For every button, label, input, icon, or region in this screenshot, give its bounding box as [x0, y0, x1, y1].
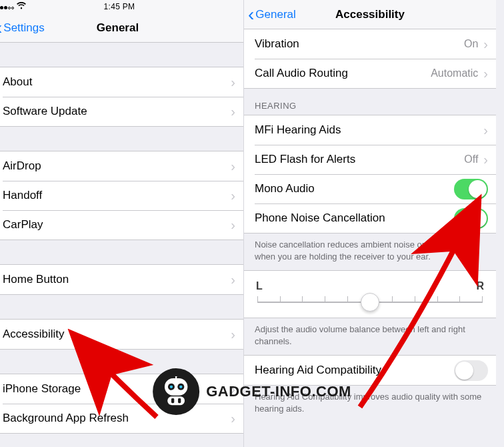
chevron-right-icon: ›	[483, 123, 488, 138]
row-mono-audio[interactable]: Mono Audio	[244, 174, 496, 203]
watermark: GADGET-INFO.COM	[153, 368, 351, 415]
chevron-right-icon: ›	[483, 37, 488, 52]
row-label: CarPlay	[3, 218, 231, 232]
footer-noise-cancel: Noise cancellation reduces ambient noise…	[244, 234, 496, 270]
row-accessibility[interactable]: Accessibility ›	[0, 320, 243, 349]
row-led-flash[interactable]: LED Flash for Alerts Off ›	[244, 145, 496, 174]
row-detail: On	[464, 38, 478, 50]
footer-balance: Adjust the audio volume balance between …	[244, 318, 496, 355]
audio-balance-slider[interactable]	[257, 302, 483, 303]
row-handoff[interactable]: Handoff ›	[0, 181, 243, 210]
svg-rect-5	[167, 396, 185, 405]
row-detail: Automatic	[431, 67, 478, 79]
navbar-general: ‹ Settings General	[0, 13, 243, 43]
chevron-right-icon: ›	[231, 217, 235, 233]
group-airdrop: AirDrop › Handoff › CarPlay ›	[0, 151, 243, 240]
chevron-right-icon: ›	[483, 152, 488, 167]
audio-balance-slider-row: L R	[244, 271, 496, 318]
svg-point-9	[175, 376, 177, 377]
wifi-icon	[17, 2, 26, 11]
toggle-hearing-aid-compat[interactable]	[454, 360, 488, 381]
slider-thumb[interactable]	[361, 293, 379, 312]
group-top-rows: Vibration On › Call Audio Routing Automa…	[244, 29, 496, 89]
svg-point-4	[179, 386, 182, 388]
row-phone-noise-cancel[interactable]: Phone Noise Cancellation	[244, 203, 496, 233]
watermark-logo-icon	[153, 368, 199, 415]
navbar-accessibility: ‹ General Accessibility	[244, 0, 496, 29]
row-software-update[interactable]: Software Update ›	[0, 97, 243, 126]
group-hearing: MFi Hearing Aids › LED Flash for Alerts …	[244, 115, 496, 234]
row-home-button[interactable]: Home Button ›	[0, 265, 243, 294]
status-bar: 1:45 PM	[0, 0, 243, 13]
group-about-update: About › Software Update ›	[0, 67, 243, 127]
svg-point-3	[170, 386, 173, 388]
row-label: LED Flash for Alerts	[255, 153, 464, 166]
row-label: AirDrop	[3, 159, 231, 173]
status-time: 1:45 PM	[104, 2, 135, 11]
row-mfi-hearing-aids[interactable]: MFi Hearing Aids ›	[244, 115, 496, 145]
row-call-audio-routing[interactable]: Call Audio Routing Automatic ›	[244, 59, 496, 88]
svg-rect-7	[178, 398, 181, 403]
row-label: Call Audio Routing	[255, 67, 431, 80]
nav-title-general: General	[0, 13, 243, 43]
row-label: Mono Audio	[255, 182, 454, 195]
row-detail: Off	[464, 153, 478, 165]
svg-rect-6	[171, 398, 174, 403]
row-label: Software Update	[3, 105, 231, 118]
group-balance: L R	[244, 270, 496, 318]
chevron-right-icon: ›	[231, 104, 235, 119]
row-carplay[interactable]: CarPlay ›	[0, 210, 243, 240]
watermark-text: GADGET-INFO.COM	[206, 383, 351, 400]
toggle-mono-audio[interactable]	[454, 179, 488, 199]
toggle-phone-noise-cancel[interactable]	[454, 208, 488, 229]
row-label: MFi Hearing Aids	[255, 123, 483, 137]
row-label: Home Button	[3, 273, 231, 286]
row-airdrop[interactable]: AirDrop ›	[0, 151, 243, 181]
chevron-right-icon: ›	[231, 272, 235, 288]
row-label: Vibration	[255, 37, 464, 51]
group-home-button: Home Button ›	[0, 264, 243, 295]
chevron-right-icon: ›	[231, 159, 235, 174]
nav-title-accessibility: Accessibility	[244, 0, 496, 29]
row-about[interactable]: About ›	[0, 67, 243, 97]
balance-label-left: L	[256, 280, 263, 292]
signal-dots-icon	[0, 2, 15, 11]
row-label: Phone Noise Cancellation	[255, 211, 454, 225]
row-label: Accessibility	[3, 328, 231, 341]
chevron-right-icon: ›	[231, 188, 235, 203]
group-accessibility: Accessibility ›	[0, 319, 243, 350]
chevron-right-icon: ›	[483, 66, 488, 81]
balance-label-right: R	[476, 280, 484, 292]
chevron-right-icon: ›	[231, 75, 235, 90]
row-label: About	[3, 75, 231, 89]
section-header-hearing: HEARING	[244, 89, 496, 115]
row-vibration[interactable]: Vibration On ›	[244, 29, 496, 59]
row-label: Handoff	[3, 189, 231, 202]
chevron-right-icon: ›	[231, 327, 235, 342]
